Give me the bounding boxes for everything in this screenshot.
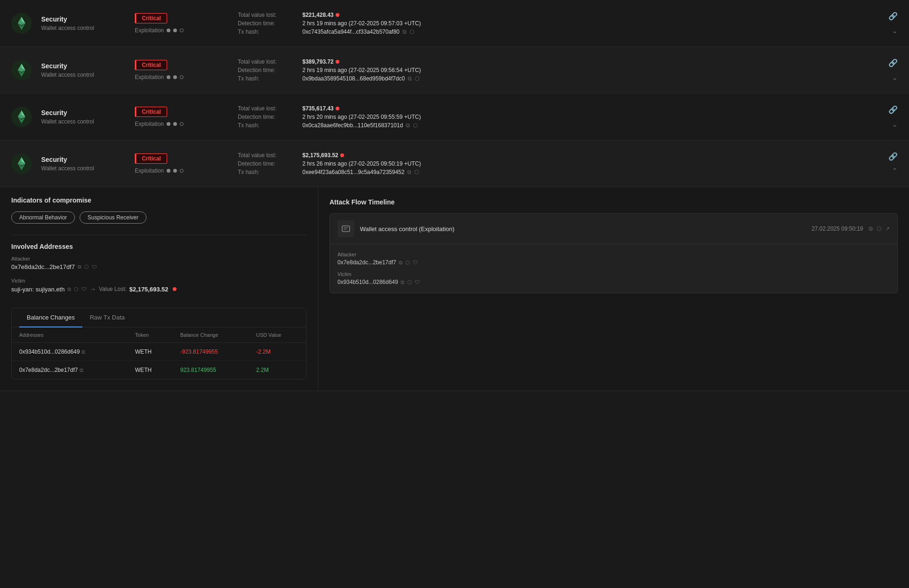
external-flow-icon[interactable]: ↗ xyxy=(885,225,890,232)
shield-victim-icon[interactable]: 🛡 xyxy=(81,286,87,292)
shield-flow-attacker[interactable]: 🛡 xyxy=(413,260,418,265)
critical-badge-1: Critical xyxy=(135,13,167,23)
alert-type-1: Security Wallet access control xyxy=(41,15,125,31)
etherscan-icon-2[interactable]: ⬡ xyxy=(415,75,419,82)
dot-4a xyxy=(167,169,170,173)
balance-token-1: WETH xyxy=(128,361,173,379)
dot-3c xyxy=(180,122,183,126)
chevron-up-icon-4[interactable]: ⌃ xyxy=(892,167,898,175)
dot-1b xyxy=(173,29,177,32)
detection-label-1: Detection time: xyxy=(238,20,299,27)
expanded-inner: Indicators of compromise Abnormal Behavi… xyxy=(0,187,909,391)
copy-icon-1[interactable]: ⧉ xyxy=(403,29,407,35)
ioc-badge-0[interactable]: Abnormal Behavior xyxy=(11,211,75,224)
copy-balance-1[interactable]: ⧉ xyxy=(80,367,83,373)
dot-1c xyxy=(180,29,183,32)
etherscan-victim-icon[interactable]: ⬡ xyxy=(74,286,79,292)
balance-tabs: Balance Changes Raw Tx Data xyxy=(12,308,306,327)
etherscan-icon-4[interactable]: ⬡ xyxy=(414,169,419,175)
alert-row-1[interactable]: Security Wallet access control Critical … xyxy=(0,0,909,47)
dot-4b xyxy=(173,169,177,173)
dot-2c xyxy=(180,75,183,79)
txhash-label-2: Tx hash: xyxy=(238,75,299,82)
copy-flow-attacker[interactable]: ⧉ xyxy=(399,260,403,266)
alert-row-2[interactable]: Security Wallet access control Critical … xyxy=(0,47,909,94)
copy-flow-icon[interactable]: ⧉ xyxy=(869,225,873,232)
value-label-3: Total value lost: xyxy=(238,105,299,112)
txhash-value-4: 0xee94f23a6a08c51...9c5a49a72359452 ⧉ ⬡ xyxy=(302,169,870,175)
attacker-group: Attacker 0x7e8da2dc...2be17df7 ⧉ ⬡ 🛡 xyxy=(11,256,307,270)
alert-details-1: Total value lost: $221,428.43 Detection … xyxy=(238,12,870,35)
chevron-down-icon-3[interactable]: ⌄ xyxy=(892,120,898,129)
copy-icon-4[interactable]: ⧉ xyxy=(407,169,411,175)
etherscan-icon-3[interactable]: ⬡ xyxy=(413,122,418,129)
involved-section: Involved Addresses Attacker 0x7e8da2dc..… xyxy=(0,235,318,308)
eth-icon-2 xyxy=(11,60,32,80)
value-label-1: Total value lost: xyxy=(238,12,299,18)
etherscan-icon-1[interactable]: ⬡ xyxy=(410,29,414,35)
alert-row-4[interactable]: Security Wallet access control Critical … xyxy=(0,140,909,187)
detection-label-4: Detection time: xyxy=(238,160,299,167)
alert-subtitle-3: Wallet access control xyxy=(41,118,125,125)
victim-label: Victim xyxy=(11,278,307,283)
shield-flow-victim[interactable]: 🛡 xyxy=(415,279,420,285)
chevron-down-icon-2[interactable]: ⌄ xyxy=(892,73,898,82)
flow-card-time: 27.02.2025 09:50:19 xyxy=(812,225,863,232)
txhash-label-3: Tx hash: xyxy=(238,122,299,129)
shield-attacker-icon[interactable]: 🛡 xyxy=(92,264,97,270)
alert-row-3[interactable]: Security Wallet access control Critical … xyxy=(0,94,909,140)
alert-type-4: Security Wallet access control xyxy=(41,156,125,172)
critical-badge-4: Critical xyxy=(135,153,167,164)
red-dot-4 xyxy=(340,153,344,157)
external-link-icon-4[interactable]: 🔗 xyxy=(888,152,898,161)
svg-rect-20 xyxy=(342,226,350,232)
copy-icon-2[interactable]: ⧉ xyxy=(408,75,412,82)
txhash-label-4: Tx hash: xyxy=(238,169,299,175)
red-dot-1 xyxy=(336,13,339,17)
copy-flow-victim[interactable]: ⧉ xyxy=(401,279,404,285)
detection-value-2: 2 hrs 19 mins ago (27-02-2025 09:56:54 +… xyxy=(302,67,870,73)
external-link-icon-2[interactable]: 🔗 xyxy=(888,58,898,67)
flow-body: Attacker 0x7e8da2dc...2be17df7 ⧉ ⬡ 🛡 Vic… xyxy=(330,244,897,293)
detection-value-4: 2 hrs 26 mins ago (27-02-2025 09:50:19 +… xyxy=(302,160,870,167)
flow-victim-row: 0x934b510d...0286d649 ⧉ ⬡ 🛡 xyxy=(337,279,890,285)
copy-victim-icon[interactable]: ⧉ xyxy=(67,286,71,292)
etherscan-flow-victim[interactable]: ⬡ xyxy=(407,279,412,285)
alert-subtitle-4: Wallet access control xyxy=(41,165,125,172)
attack-flow-title: Attack Flow Timeline xyxy=(330,198,898,206)
attacker-address-row: 0x7e8da2dc...2be17df7 ⧉ ⬡ 🛡 xyxy=(11,263,307,270)
copy-icon-3[interactable]: ⧉ xyxy=(406,122,410,129)
dot-3a xyxy=(167,122,170,126)
left-panel: Indicators of compromise Abnormal Behavi… xyxy=(0,187,318,391)
alert-actions-3: 🔗 ⌄ xyxy=(879,105,898,129)
external-link-icon-1[interactable]: 🔗 xyxy=(888,12,898,21)
balance-token-0: WETH xyxy=(128,343,173,361)
alert-type-2: Security Wallet access control xyxy=(41,62,125,78)
tab-balance-changes[interactable]: Balance Changes xyxy=(19,308,82,327)
eth-icon-1 xyxy=(11,13,32,34)
etherscan-flow-icon[interactable]: ⬡ xyxy=(877,225,881,232)
col-token: Token xyxy=(128,327,173,343)
balance-usd-1: 2.2M xyxy=(249,361,306,379)
exploit-label-3: Exploitation xyxy=(135,121,164,127)
txhash-label-1: Tx hash: xyxy=(238,29,299,35)
flow-card-icon xyxy=(337,220,354,237)
attacker-address: 0x7e8da2dc...2be17df7 xyxy=(11,263,75,270)
alert-type-3: Security Wallet access control xyxy=(41,109,125,125)
chevron-down-icon-1[interactable]: ⌄ xyxy=(892,26,898,35)
external-link-icon-3[interactable]: 🔗 xyxy=(888,105,898,114)
etherscan-flow-attacker[interactable]: ⬡ xyxy=(405,260,410,266)
flow-attacker-row: 0x7e8da2dc...2be17df7 ⧉ ⬡ 🛡 xyxy=(337,259,890,266)
value-lost-amount: $2,175,693.52 xyxy=(129,286,168,293)
copy-balance-0[interactable]: ⧉ xyxy=(81,349,85,355)
alert-title-2: Security xyxy=(41,62,125,70)
critical-badge-3: Critical xyxy=(135,107,167,117)
txhash-value-1: 0xc7435afca5a944f...cf33a42b570af80 ⧉ ⬡ xyxy=(302,29,870,35)
etherscan-attacker-icon[interactable]: ⬡ xyxy=(84,264,89,270)
dot-1a xyxy=(167,29,170,32)
ioc-badge-1[interactable]: Suspicious Receiver xyxy=(80,211,147,224)
flow-card: Wallet access control (Exploitation) 27.… xyxy=(330,213,898,293)
copy-attacker-icon[interactable]: ⧉ xyxy=(78,264,81,270)
tab-raw-tx[interactable]: Raw Tx Data xyxy=(82,308,132,327)
victim-address-row: suji-yan: sujiyan.eth ⧉ ⬡ 🛡 → Value Lost… xyxy=(11,285,307,293)
